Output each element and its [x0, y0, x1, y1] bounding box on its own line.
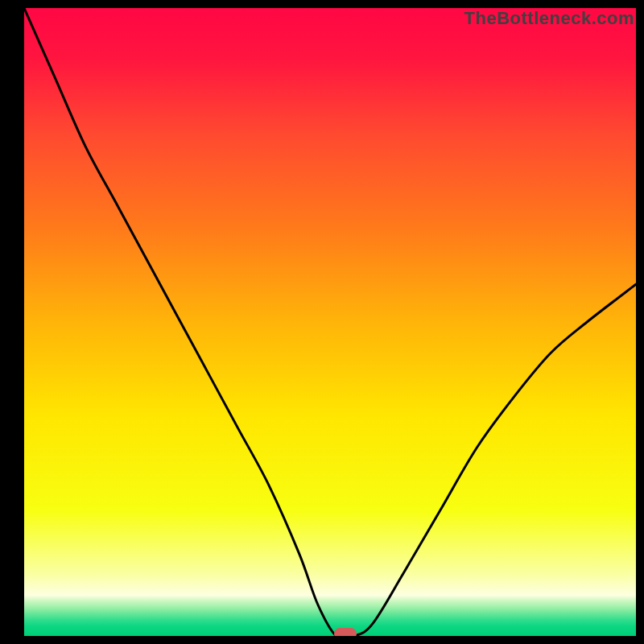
optimal-marker [334, 628, 357, 636]
chart-stage: TheBottleneck.com [0, 0, 644, 644]
bottleneck-curve [24, 8, 636, 636]
plot-area [24, 8, 636, 636]
attribution-watermark: TheBottleneck.com [464, 8, 634, 29]
